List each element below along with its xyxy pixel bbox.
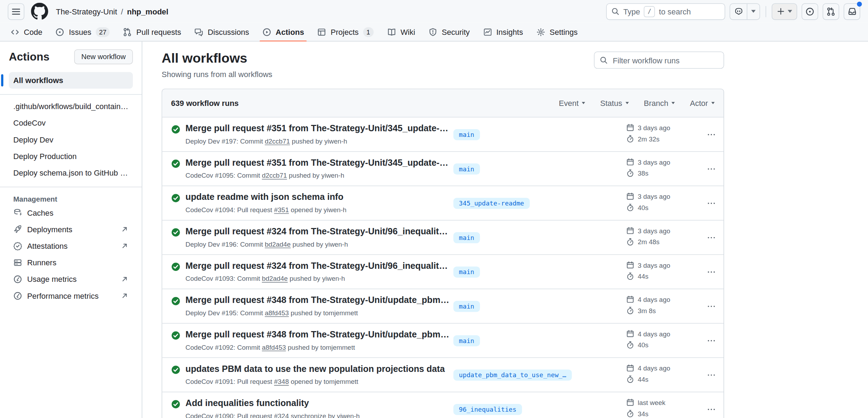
run-title-link[interactable]: Merge pull request #351 from The-Strateg… [185,157,450,168]
github-logo-icon[interactable] [31,3,48,20]
run-title-link[interactable]: updates PBM data to use the new populati… [185,363,450,374]
tab-insights[interactable]: Insights [478,23,528,41]
new-workflow-button[interactable]: New workflow [74,49,133,64]
run-title-link[interactable]: Add inequalities functionality [185,398,450,409]
run-ref-link[interactable]: a8fd453 [265,309,289,317]
branch-badge[interactable]: main [454,335,480,346]
copilot-menu-button[interactable] [747,4,759,19]
tab-label: Insights [496,27,523,36]
tab-wiki[interactable]: Wiki [382,23,420,41]
kebab-icon [707,370,716,379]
search-placeholder-prefix: Type [623,7,640,16]
tab-issues[interactable]: Issues27 [51,23,115,41]
sidebar-workflow-link[interactable]: Deploy Production [9,148,133,164]
branch-badge[interactable]: update_pbm_data_to_use_new_… [454,369,572,380]
run-options-button[interactable] [703,368,718,382]
sidebar-item-usage-metrics[interactable]: Usage metrics [9,271,133,287]
sidebar-item-runners[interactable]: Runners [9,254,133,271]
sidebar-workflow-link[interactable]: Deploy schema.json to GitHub Pages [9,165,133,181]
calendar-icon [626,192,635,201]
run-ref-link[interactable]: #348 [274,378,289,386]
create-new-button[interactable] [772,3,797,20]
run-ref-link[interactable]: #324 [274,412,289,418]
run-age: 4 days ago [638,364,670,372]
sidebar-item-attestations[interactable]: Attestations [9,238,133,254]
sidebar-item-performance-metrics[interactable]: Performance metrics [9,287,133,304]
run-ref-link[interactable]: #351 [274,206,289,214]
tab-settings[interactable]: Settings [531,23,583,41]
run-meta: 3 days ago 38s [626,158,670,177]
sidebar-workflow-link[interactable]: Deploy Dev [9,131,133,148]
run-options-button[interactable] [703,230,718,245]
your-issues-button[interactable] [802,3,818,20]
copilot-split-button [729,3,760,20]
run-title-link[interactable]: Merge pull request #348 from The-Strateg… [185,295,450,306]
workflow-runs-list: Merge pull request #351 from The-Strateg… [162,117,724,418]
page-subtitle: Showing runs from all workflows [162,70,272,78]
global-search-input[interactable]: Type / to search [606,3,725,20]
management-item-label: Caches [27,208,53,217]
workflow-run-row: Add inequalities functionality CodeCov #… [162,392,724,418]
tab-counter: 27 [96,27,110,37]
calendar-icon [626,330,635,338]
header-divider [766,6,766,17]
tab-actions[interactable]: Actions [257,23,309,41]
run-ref-link[interactable]: d2ccb71 [262,172,287,179]
run-success-check-icon [171,125,181,134]
tab-security[interactable]: Security [424,23,475,41]
filter-branch-dropdown[interactable]: Branch [644,99,675,107]
run-options-button[interactable] [703,265,718,279]
sidebar-item-deployments[interactable]: Deployments [9,221,133,238]
sidebar-workflow-link[interactable]: CodeCov [9,115,133,131]
run-ref-link[interactable]: bd2ad4e [265,240,291,248]
hamburger-menu-button[interactable] [8,3,24,20]
run-options-button[interactable] [703,402,718,416]
workflow-run-row: update readme with json schema info Code… [162,185,724,220]
run-ref-link[interactable]: bd2ad4e [262,275,288,283]
management-section-title: Management [9,195,133,203]
branch-badge[interactable]: main [454,129,480,140]
run-options-button[interactable] [703,333,718,348]
branch-badge[interactable]: 345_update-readme [454,197,530,208]
branch-badge[interactable]: main [454,163,480,174]
filter-actor-dropdown[interactable]: Actor [690,99,714,107]
sidebar-item-caches[interactable]: Caches [9,204,133,221]
branch-badge[interactable]: main [454,300,480,311]
tab-counter: 1 [363,27,373,37]
kebab-icon [707,130,716,139]
breadcrumb-owner-link[interactable]: The-Strategy-Unit [56,7,117,16]
tab-projects[interactable]: Projects1 [313,23,379,41]
branch-badge[interactable]: main [454,266,480,277]
run-options-button[interactable] [703,196,718,210]
run-options-button[interactable] [703,127,718,141]
run-title-link[interactable]: Merge pull request #351 from The-Strateg… [185,123,450,134]
filter-event-dropdown[interactable]: Event [559,99,585,107]
filter-workflow-runs-input[interactable] [612,55,719,65]
breadcrumb-repo-link[interactable]: nhp_model [127,7,168,16]
sidebar-item-all-workflows[interactable]: All workflows [9,72,133,89]
branch-badge[interactable]: 96_inequalities [454,404,522,414]
branch-badge[interactable]: main [454,232,480,243]
tab-discussions[interactable]: Discussions [189,23,254,41]
run-title-link[interactable]: update readme with json schema info [185,192,450,203]
page-title: All workflows [162,50,272,66]
run-ref-link[interactable]: a8fd453 [262,343,286,351]
run-success-check-icon [171,262,181,272]
run-title-link[interactable]: Merge pull request #324 from The-Strateg… [185,226,450,237]
kebab-icon [707,405,716,413]
main-content: All workflows Showing runs from all work… [142,42,868,418]
tab-code[interactable]: Code [6,23,47,41]
tab-pull-requests[interactable]: Pull requests [118,23,186,41]
workflow-run-row: Merge pull request #348 from The-Strateg… [162,323,724,357]
your-pull-requests-button[interactable] [823,3,839,20]
run-ref-link[interactable]: d2ccb71 [265,138,290,145]
sidebar-workflow-link[interactable]: .github/workflows/build_container.yaml [9,98,133,115]
run-title-link[interactable]: Merge pull request #348 from The-Strateg… [185,329,450,340]
run-options-button[interactable] [703,162,718,176]
runs-card-header: 639 workflow runs Event Status Branch Ac… [162,89,724,117]
filter-status-dropdown[interactable]: Status [600,99,629,107]
run-options-button[interactable] [703,299,718,314]
copilot-button[interactable] [730,4,747,19]
run-success-check-icon [171,365,181,375]
run-title-link[interactable]: Merge pull request #324 from The-Strateg… [185,260,450,271]
